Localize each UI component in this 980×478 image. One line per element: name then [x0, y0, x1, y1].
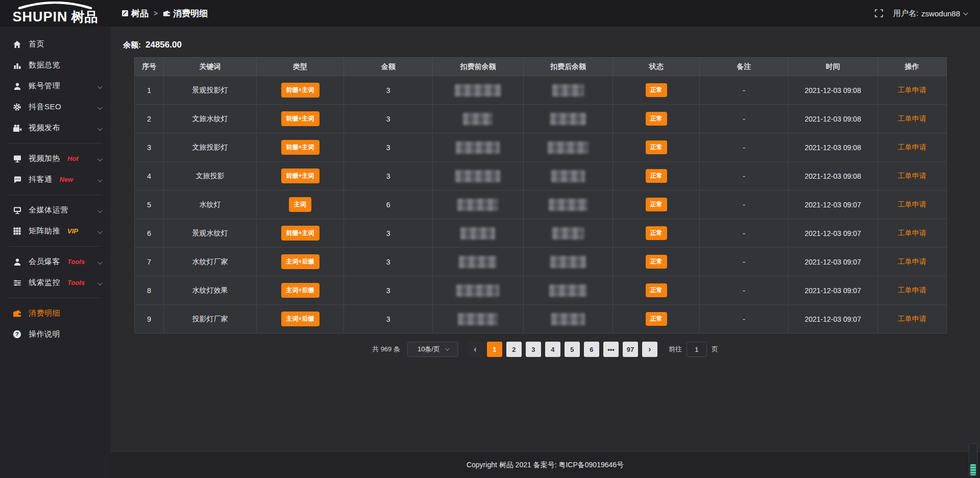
- work-order-link[interactable]: 工单申请: [898, 315, 926, 323]
- remark-cell: -: [700, 248, 788, 276]
- chevron-down-icon: [445, 346, 449, 350]
- breadcrumb-item-current[interactable]: 消费明细: [163, 8, 208, 19]
- remark-cell: -: [700, 305, 788, 333]
- sidebar-divider: [8, 143, 102, 144]
- svg-text:?: ?: [15, 331, 19, 337]
- amount-cell: 3: [344, 162, 432, 190]
- consumption-table: 序号 关键词 类型 金额 扣费前余额 扣费后余额 状态 备注 时间 操作 1 景…: [134, 57, 947, 333]
- sidebar-item-consumption-details[interactable]: 消费明细: [0, 303, 110, 324]
- page-button-4[interactable]: 4: [545, 342, 560, 357]
- work-order-link[interactable]: 工单申请: [898, 172, 926, 180]
- work-order-link[interactable]: 工单申请: [898, 257, 926, 266]
- sidebar-item-clue-monitor[interactable]: 线索监控 Tools: [0, 272, 110, 293]
- user-menu[interactable]: 用户名: zswodun88: [893, 9, 967, 18]
- type-badge: 前缀+主词: [281, 140, 320, 155]
- work-order-link[interactable]: 工单申请: [898, 286, 926, 294]
- remark-cell: -: [700, 105, 788, 133]
- fullscreen-icon[interactable]: [875, 9, 883, 17]
- wallet-icon: [12, 309, 22, 317]
- main-content: 余额: 24856.00 序号 关键词 类型 金额 扣费前余额 扣费后余额 状态…: [110, 27, 980, 478]
- prev-page-button[interactable]: ‹: [468, 342, 483, 357]
- video-camera-icon: [12, 124, 22, 132]
- page-size-select[interactable]: 10条/页: [407, 342, 458, 357]
- work-order-link[interactable]: 工单申请: [898, 200, 926, 208]
- breadcrumb-item-home[interactable]: 树品: [121, 8, 149, 19]
- time-cell: 2021-12-03 09:08: [788, 133, 877, 162]
- page-button-5[interactable]: 5: [565, 342, 580, 357]
- type-badge: 主词: [289, 197, 311, 212]
- sidebar-item-douketong[interactable]: 抖客通 New: [0, 169, 110, 190]
- status-badge: 正常: [646, 226, 667, 240]
- chevron-down-icon: [97, 278, 101, 288]
- type-badge: 前缀+主词: [281, 226, 320, 241]
- sidebar-item-member-baoke[interactable]: 会员爆客 Tools: [0, 251, 110, 272]
- masked-balance-before: [457, 199, 498, 211]
- time-cell: 2021-12-03 09:07: [788, 305, 877, 333]
- masked-balance-before: [458, 313, 498, 325]
- scrollbar-widget[interactable]: [969, 443, 977, 477]
- row-index: 2: [135, 105, 164, 133]
- page-button-1[interactable]: 1: [487, 342, 502, 357]
- breadcrumb-separator: >: [154, 9, 158, 17]
- sidebar-item-instructions[interactable]: ? 操作说明: [0, 324, 110, 345]
- username-value: zswodun88: [921, 9, 960, 18]
- app-logo[interactable]: SHUPIN 树品: [0, 0, 110, 27]
- masked-balance-after: [552, 227, 584, 240]
- keyword-cell: 水纹灯效果: [164, 276, 256, 305]
- keyword-cell: 水纹灯厂家: [164, 248, 256, 276]
- vip-badge: VIP: [67, 227, 78, 235]
- amount-cell: 3: [344, 105, 432, 133]
- sidebar-item-account-management[interactable]: 账号管理: [0, 76, 110, 97]
- footer: Copyright 树品 2021 备案号: 粤ICP备09019646号: [110, 451, 980, 478]
- sidebar-item-video-publish[interactable]: 视频发布: [0, 117, 110, 138]
- goto-page-input[interactable]: [687, 342, 707, 357]
- sidebar-item-video-heating[interactable]: 视频加热 Hot: [0, 148, 110, 169]
- more-pages-button[interactable]: •••: [603, 342, 619, 357]
- new-badge: New: [60, 176, 74, 183]
- page-button-6[interactable]: 6: [584, 342, 599, 357]
- masked-balance-before: [460, 227, 495, 240]
- wallet-icon: [163, 10, 170, 17]
- page-button-97[interactable]: 97: [623, 342, 638, 357]
- chevron-down-icon: [97, 82, 101, 91]
- masked-balance-after: [548, 141, 589, 154]
- row-index: 8: [135, 276, 164, 305]
- display-icon: [12, 206, 22, 214]
- sidebar-item-label: 会员爆客: [29, 257, 60, 267]
- status-badge: 正常: [646, 312, 667, 326]
- monitor-icon: [12, 155, 22, 163]
- masked-balance-after: [549, 284, 587, 297]
- next-page-button[interactable]: ›: [642, 342, 657, 357]
- page-button-3[interactable]: 3: [526, 342, 541, 357]
- masked-balance-before: [455, 84, 501, 97]
- masked-balance-after: [551, 313, 585, 325]
- sidebar-item-home[interactable]: 首页: [0, 34, 110, 55]
- page-button-2[interactable]: 2: [506, 342, 522, 357]
- table-row: 5 水纹灯 主词 6 正常 - 2021-12-03 09:07 工单申请: [135, 190, 947, 219]
- col-status: 状态: [613, 58, 700, 76]
- keyword-cell: 水纹灯: [164, 190, 256, 219]
- work-order-link[interactable]: 工单申请: [898, 143, 926, 151]
- status-badge: 正常: [646, 83, 667, 97]
- amount-cell: 3: [344, 219, 432, 248]
- col-time: 时间: [788, 58, 877, 76]
- breadcrumb-label: 树品: [131, 8, 149, 19]
- sidebar-item-data-overview[interactable]: 数据总览: [0, 55, 110, 76]
- remark-cell: -: [700, 133, 788, 162]
- chevron-down-icon: [97, 175, 101, 184]
- chevron-down-icon: [97, 154, 101, 163]
- work-order-link[interactable]: 工单申请: [898, 86, 926, 94]
- work-order-link[interactable]: 工单申请: [898, 229, 926, 237]
- topbar: SHUPIN 树品 树品 > 消费明细 用户名: zswodun88: [0, 0, 980, 27]
- time-cell: 2021-12-03 09:08: [788, 76, 877, 105]
- total-count: 共 969 条: [372, 345, 400, 354]
- grid-icon: [12, 227, 22, 235]
- sidebar-item-label: 操作说明: [29, 329, 60, 339]
- row-index: 5: [135, 190, 164, 219]
- sidebar-item-matrix-boost[interactable]: 矩阵助推 VIP: [0, 221, 110, 242]
- sidebar-item-all-media-operation[interactable]: 全媒体运营: [0, 200, 110, 221]
- remark-cell: -: [700, 162, 788, 190]
- work-order-link[interactable]: 工单申请: [898, 114, 926, 123]
- balance-value: 24856.00: [145, 40, 182, 50]
- sidebar-item-douyin-seo[interactable]: 抖音SEO: [0, 97, 110, 117]
